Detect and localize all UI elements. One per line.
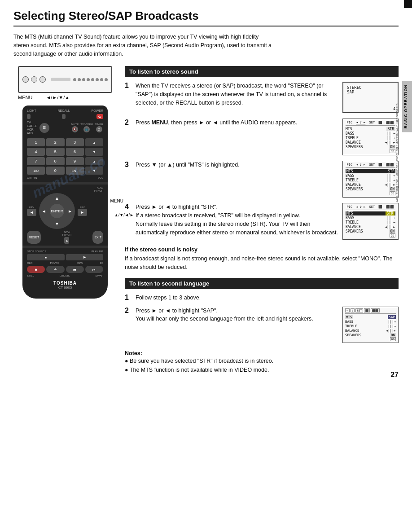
- step-1-text: When the TV receives a stereo (or SAP) b…: [136, 82, 338, 107]
- vol-up-button[interactable]: ▲: [85, 157, 103, 165]
- power-button[interactable]: ⏻: [96, 114, 103, 119]
- tv-circle-3: [39, 76, 46, 83]
- num9-button[interactable]: 9: [66, 157, 84, 165]
- step-3-number: 3: [125, 161, 132, 169]
- tvvcr-label: TV/VCR: [50, 262, 60, 264]
- step-4-number: 4: [125, 203, 132, 211]
- separator2: [22, 246, 108, 248]
- tv-controls: [22, 76, 46, 83]
- num3-button[interactable]: 3: [66, 138, 84, 146]
- num0-button[interactable]: 0: [46, 167, 64, 175]
- light-button[interactable]: [27, 114, 31, 119]
- step-3-text: Press ▼ (or ▲) until "MTS" is highlighte…: [136, 161, 338, 169]
- sap-screen: ↔ ♪ SET ⬛ ⬛⬛ MTS SAP BASS: [342, 307, 399, 343]
- adv-pip-ch-label: ADV/: [97, 186, 103, 189]
- model-number: CT-9905: [27, 286, 103, 290]
- recall-label: RECALL: [57, 109, 70, 112]
- noisy-text: If a broadcast signal is not strong enou…: [125, 255, 399, 272]
- num6-button[interactable]: 6: [66, 148, 84, 156]
- tv-dot-8: [105, 78, 108, 81]
- mode-selector[interactable]: ☰: [39, 123, 49, 133]
- vol-down-button[interactable]: ▼: [85, 167, 103, 175]
- step-2-screen: PIC ◄ ♪ ► SET ⬛ ⬛⬛ MTS STR BASS |||→: [342, 119, 399, 155]
- ch-up-button[interactable]: ▲: [85, 138, 103, 146]
- dolby-logo: DD: [390, 149, 395, 153]
- vcr-mode-label: VCR: [27, 128, 34, 131]
- adv-pip-button[interactable]: ▲: [64, 237, 69, 244]
- tv-dot-5: [91, 78, 94, 81]
- tv-dot-2: [78, 78, 81, 81]
- lang-step-1: 1 Follow steps 1 to 3 above.: [125, 294, 399, 302]
- audio-item-speakers: SPEAKERS ON: [346, 145, 395, 149]
- screen-footer: DD: [346, 149, 395, 153]
- nav-right-button[interactable]: ►: [68, 209, 72, 214]
- lang-step-2: 2 Press ► or ◄ to highlight "SAP". You w…: [125, 307, 338, 324]
- num100-button[interactable]: 100: [27, 167, 45, 175]
- num1-button[interactable]: 1: [27, 138, 45, 146]
- brand-logo: TOSHIBA: [27, 281, 103, 286]
- num4-button[interactable]: 4: [27, 148, 45, 156]
- transport-row: ⏺ ⏏ ⏮ ⏭: [27, 266, 103, 273]
- audio-item-bass: BASS |||→: [346, 132, 395, 136]
- tab-sound: ◄ ♪ ►: [356, 121, 365, 124]
- tvvcr-button[interactable]: ⏏: [46, 266, 64, 273]
- num8-button[interactable]: 8: [46, 157, 64, 165]
- mts-highlighted-screen: PIC ◄ ♪ ► SET ⬛ ⬛⬛ MTS STR BASS |||→: [342, 161, 399, 198]
- tv-video-button[interactable]: 📺: [83, 126, 90, 132]
- enter-button[interactable]: ENTER: [50, 204, 64, 218]
- play-pip-button[interactable]: ▶: [66, 254, 104, 260]
- sap-tab-4: ⬛: [364, 308, 370, 312]
- timer-button[interactable]: ⏱: [96, 126, 102, 132]
- num7-button[interactable]: 7: [27, 157, 45, 165]
- num2-button[interactable]: 2: [46, 138, 64, 146]
- fav-left-button[interactable]: ◄: [27, 209, 36, 216]
- second-lang-header: To listen to second language: [125, 278, 399, 289]
- nav-annotation2: ▲/▼/◄/►: [114, 213, 134, 217]
- ff-button[interactable]: ⏭: [85, 266, 103, 273]
- swap-label: SWAP: [96, 274, 103, 277]
- step-2-text: Press MENU, then press ► or ◄ until the …: [136, 119, 338, 127]
- right-panel: To listen to stereo sound 1 When the TV …: [125, 66, 399, 374]
- note-1: Be sure you have selected "STR" if broad…: [125, 356, 399, 365]
- tab-more: ⬛⬛: [386, 121, 394, 124]
- menu-label: MENU: [18, 95, 32, 100]
- rec-button[interactable]: ⏺: [27, 266, 45, 273]
- audio-menu-screen: PIC ◄ ♪ ► SET ⬛ ⬛⬛ MTS STR BASS |||→: [342, 119, 399, 155]
- notes-list: Be sure you have selected "STR" if broad…: [125, 356, 399, 374]
- ch-down-button[interactable]: ▼: [85, 148, 103, 156]
- sap-mts-item: MTS SAP: [345, 315, 396, 319]
- ent-button[interactable]: ENT: [66, 167, 84, 175]
- remote-top-row: LIGHT RECALL POWER: [27, 109, 103, 112]
- lang-step-1-text: Follow steps 1 to 3 above.: [136, 294, 399, 302]
- second-language-section: To listen to second language 1 Follow st…: [125, 278, 399, 343]
- step-4-screen: PIC ◄ ♪ ► SET ⬛ ⬛⬛ MTS STR BASS |||→: [342, 203, 399, 241]
- page-container: Selecting Stereo/SAP Broadcasts The MTS …: [0, 0, 412, 388]
- lang-step-2-screen: ↔ ♪ SET ⬛ ⬛⬛ MTS SAP BASS: [342, 307, 399, 343]
- nav-down-button[interactable]: ▼: [55, 221, 59, 226]
- corner-decoration: [404, 0, 412, 8]
- notes-title: Notes:: [125, 350, 399, 356]
- step-4-text: Press ► or ◄ to highlight "STR". If a st…: [136, 203, 338, 237]
- ch-rtn-label: CH RTN: [27, 176, 37, 179]
- num5-button[interactable]: 5: [46, 148, 64, 156]
- recall-button[interactable]: [62, 114, 66, 119]
- reset-button[interactable]: RESET: [27, 231, 41, 244]
- sap-speakers-item: SPEAKERS ON: [345, 333, 396, 337]
- rew-button[interactable]: ⏮: [66, 266, 84, 273]
- step-4-text-area: 4 Press ► or ◄ to highlight "STR". If a …: [125, 203, 338, 241]
- exit-button[interactable]: EXIT: [92, 231, 103, 244]
- sidebar-detail-label: Adjusting the Sound/ Selecting Stereo/SA…: [395, 103, 402, 202]
- ff-label: FF: [100, 262, 103, 264]
- play-pip-label: PLAY PIP: [92, 250, 103, 253]
- mts-menu-topbar: PIC ◄ ♪ ► SET ⬛ ⬛⬛: [346, 163, 395, 168]
- nav-left-button[interactable]: ◄: [42, 209, 46, 214]
- vol-label: VOL: [98, 176, 103, 179]
- step-1: 1 When the TV receives a stereo (or SAP)…: [125, 82, 338, 107]
- lang-step-2-number: 2: [125, 307, 132, 315]
- mute-button[interactable]: 🔇: [72, 126, 78, 132]
- fav-right-button[interactable]: ►: [78, 209, 87, 216]
- nav-up-button[interactable]: ▲: [55, 196, 59, 201]
- stereo-section-header: To listen to stereo sound: [125, 66, 399, 77]
- main-layout: MENU ◄/►/▼/▲ LIGHT RECALL POWER ⏻: [13, 66, 399, 374]
- stop-source-button[interactable]: ■: [27, 254, 65, 260]
